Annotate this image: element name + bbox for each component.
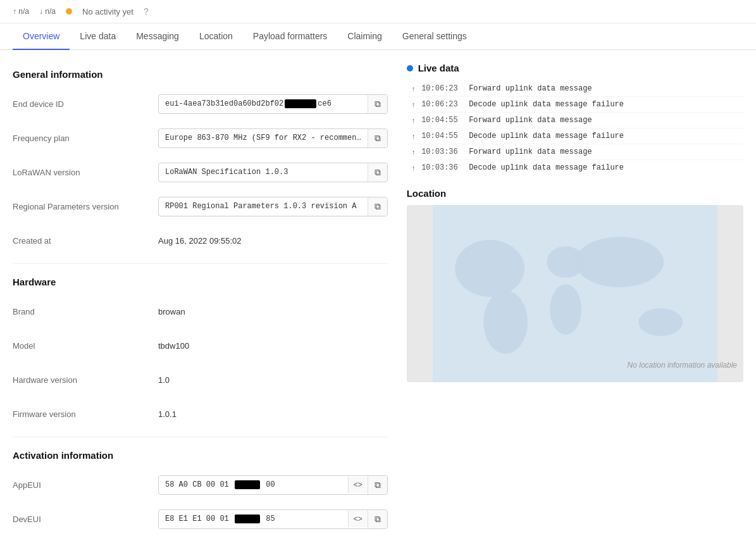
lorawan-version-row: LoRaWAN version LoRaWAN Specification 1.… [13, 161, 388, 184]
end-device-id-row: End device ID eui-4aea73b31ed0a60bd2bf02… [13, 92, 388, 115]
tab-location[interactable]: Location [189, 23, 243, 50]
map-svg [407, 205, 743, 382]
svg-point-2 [550, 284, 581, 335]
top-bar: ↑ n/a ↓ n/a No activity yet ? [0, 0, 756, 23]
app-eui-copy-button[interactable]: ⧉ [368, 476, 387, 494]
tab-messaging[interactable]: Messaging [126, 23, 189, 50]
hardware-title: Hardware [13, 277, 388, 287]
app-eui-value: 58 A0 CB 00 01 00 <> ⧉ [158, 475, 388, 495]
location-title: Location [407, 188, 743, 199]
activation-title: Activation information [13, 450, 388, 461]
tab-bar: Overview Live data Messaging Location Pa… [0, 23, 756, 50]
live-data-item: ↑ 10:03:36 Decode uplink data message fa… [407, 160, 743, 175]
regional-params-text: RP001 Regional Parameters 1.0.3 revision… [159, 198, 368, 215]
end-device-id-value: eui-4aea73b31ed0a60bd2bf02 ce6 ⧉ [158, 94, 388, 114]
hardware-section: Hardware Brand browan Model tbdw100 Hard… [13, 277, 388, 425]
right-panel: Live data ↑ 10:06:23 Forward uplink data… [388, 63, 743, 542]
live-data-list: ↑ 10:06:23 Forward uplink data message ↑… [407, 81, 743, 175]
app-eui-label: AppEUI [13, 480, 158, 490]
live-data-item: ↑ 10:06:23 Decode uplink data message fa… [407, 97, 743, 113]
tab-overview[interactable]: Overview [13, 23, 70, 50]
activation-section: Activation information AppEUI 58 A0 CB 0… [13, 450, 388, 530]
live-data-dot [407, 65, 413, 72]
dev-eui-code-button[interactable]: <> [348, 511, 368, 527]
frequency-plan-text: Europe 863-870 MHz (SF9 for RX2 - recomm… [159, 130, 368, 146]
help-icon[interactable]: ? [144, 6, 149, 16]
general-info-title: General information [13, 69, 388, 80]
live-data-item: ↑ 10:04:55 Forward uplink data message [407, 113, 743, 128]
activity-dot [66, 8, 72, 15]
dev-eui-value: E8 E1 E1 00 01 85 <> ⧉ [158, 509, 388, 529]
end-device-id-label: End device ID [13, 99, 158, 109]
lorawan-version-input: LoRaWAN Specification 1.0.3 ⧉ [158, 163, 388, 182]
no-location-text: No location information available [628, 361, 737, 370]
live-arrow-icon: ↑ [412, 132, 416, 140]
svg-point-3 [575, 237, 664, 287]
regional-params-copy-button[interactable]: ⧉ [368, 197, 387, 216]
live-message: Decode uplink data message failure [469, 100, 624, 109]
firmware-version-value: 1.0.1 [158, 409, 388, 419]
tab-payload-formatters[interactable]: Payload formatters [243, 23, 338, 50]
activity-label: No activity yet [82, 7, 133, 16]
live-data-item: ↑ 10:04:55 Decode uplink data message fa… [407, 128, 743, 144]
lorawan-version-label: LoRaWAN version [13, 168, 158, 177]
app-eui-redacted [235, 480, 260, 489]
live-message: Decode uplink data message failure [469, 163, 624, 172]
frequency-plan-row: Frequency plan Europe 863-870 MHz (SF9 f… [13, 127, 388, 149]
dev-eui-suffix: 85 [266, 514, 275, 523]
tab-general-settings[interactable]: General settings [392, 23, 477, 50]
hardware-version-row: Hardware version 1.0 [13, 368, 388, 391]
created-at-value: Aug 16, 2022 09:55:02 [158, 236, 388, 246]
hardware-version-label: Hardware version [13, 375, 158, 385]
dev-eui-copy-button[interactable]: ⧉ [368, 510, 387, 528]
app-eui-code-button[interactable]: <> [348, 477, 368, 493]
live-time: 10:04:55 [421, 116, 462, 125]
brand-row: Brand browan [13, 300, 388, 323]
live-time: 10:06:23 [421, 84, 462, 93]
live-time: 10:04:55 [421, 132, 462, 140]
app-eui-text: 58 A0 CB 00 01 00 [159, 477, 348, 493]
dev-eui-text: E8 E1 E1 00 01 85 [159, 511, 348, 527]
tab-claiming[interactable]: Claiming [337, 23, 392, 50]
live-message: Decode uplink data message failure [469, 132, 624, 140]
live-arrow-icon: ↑ [412, 101, 416, 108]
app-eui-prefix: 58 A0 CB 00 01 [165, 480, 229, 489]
live-time: 10:03:36 [421, 163, 462, 172]
end-device-suffix: ce6 [318, 99, 332, 108]
map-container[interactable]: No location information available [407, 205, 743, 382]
lorawan-version-value: LoRaWAN Specification 1.0.3 ⧉ [158, 163, 388, 182]
frequency-plan-value: Europe 863-870 MHz (SF9 for RX2 - recomm… [158, 128, 388, 148]
live-arrow-icon: ↑ [412, 164, 416, 171]
end-device-redacted [285, 99, 316, 108]
location-section: Location No l [407, 188, 743, 382]
dev-eui-prefix: E8 E1 E1 00 01 [165, 514, 229, 523]
brand-value: browan [158, 307, 388, 316]
divider-activation [13, 437, 388, 437]
end-device-id-text: eui-4aea73b31ed0a60bd2bf02 ce6 [159, 96, 368, 112]
live-data-label: Live data [418, 63, 459, 73]
live-data-item: ↑ 10:06:23 Forward uplink data message [407, 81, 743, 97]
created-at-row: Created at Aug 16, 2022 09:55:02 [13, 229, 388, 252]
dev-eui-label: DevEUI [13, 514, 158, 524]
live-arrow-icon: ↑ [412, 116, 416, 124]
svg-point-4 [455, 240, 524, 297]
lorawan-version-text: LoRaWAN Specification 1.0.3 [159, 164, 368, 180]
uplink-stat: ↑ n/a [13, 7, 29, 16]
created-at-label: Created at [13, 236, 158, 246]
frequency-plan-copy-button[interactable]: ⧉ [368, 129, 387, 147]
end-device-id-copy-button[interactable]: ⧉ [368, 95, 387, 113]
frequency-plan-input: Europe 863-870 MHz (SF9 for RX2 - recomm… [158, 128, 388, 148]
live-arrow-icon: ↑ [412, 85, 416, 92]
firmware-version-row: Firmware version 1.0.1 [13, 402, 388, 425]
dev-eui-redacted [235, 514, 260, 523]
live-arrow-icon: ↑ [412, 148, 416, 156]
live-data-item: ↑ 10:03:36 Forward uplink data message [407, 144, 743, 160]
divider-hardware [13, 263, 388, 264]
live-message: Forward uplink data message [469, 116, 592, 125]
regional-params-label: Regional Parameters version [13, 202, 158, 211]
lorawan-version-copy-button[interactable]: ⧉ [368, 163, 387, 182]
hardware-version-value: 1.0 [158, 375, 388, 385]
live-message: Forward uplink data message [469, 84, 592, 93]
tab-live-data[interactable]: Live data [70, 23, 126, 50]
svg-point-6 [638, 308, 683, 336]
